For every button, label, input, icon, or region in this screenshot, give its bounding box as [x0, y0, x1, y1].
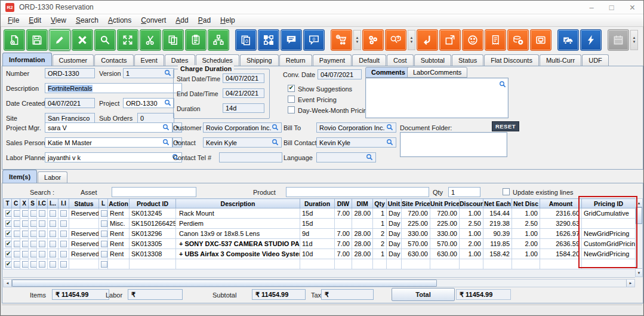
flag-checkbox-cell[interactable]: [37, 249, 48, 259]
column-header-ic[interactable]: I.C: [37, 199, 48, 208]
description-field[interactable]: FortniteRentals: [45, 83, 182, 93]
assign-hierarchy-button[interactable]: [208, 29, 229, 51]
paste-button[interactable]: [185, 29, 207, 51]
convert-return-button[interactable]: [417, 29, 438, 51]
column-header-pricing-id[interactable]: Pricing ID: [582, 199, 636, 208]
ship-item-button[interactable]: [439, 29, 461, 51]
menu-item-help[interactable]: Help: [215, 15, 240, 26]
cut-button[interactable]: [140, 29, 161, 51]
search-icon[interactable]: [164, 69, 171, 78]
t-checkbox-cell[interactable]: [4, 249, 12, 259]
scroll-right-button[interactable]: ►: [626, 280, 634, 287]
site-field[interactable]: San Francisco: [45, 113, 95, 123]
billing-invoice-button[interactable]: [485, 29, 506, 51]
table-row-empty[interactable]: [4, 259, 636, 269]
column-header-dim[interactable]: DIM: [352, 199, 373, 208]
number-field[interactable]: ORD-1330: [45, 68, 95, 78]
t-checkbox-cell[interactable]: [4, 229, 12, 239]
po-options-spinner[interactable]: [353, 30, 361, 50]
sub-orders-field[interactable]: 0: [137, 113, 174, 123]
flag-checkbox-cell[interactable]: [37, 239, 48, 249]
bill-contact-field[interactable]: Kevin Kyle: [316, 137, 396, 148]
tab-event[interactable]: Event: [134, 54, 164, 66]
column-header-amount[interactable]: Amount: [540, 199, 582, 208]
menu-item-edit[interactable]: Edit: [24, 15, 46, 26]
tab-payment[interactable]: Payment: [313, 54, 352, 66]
column-header-ii[interactable]: I.I: [58, 199, 69, 208]
l-checkbox-cell[interactable]: [99, 229, 108, 239]
column-header-net-each[interactable]: Net Each: [483, 199, 512, 208]
table-row[interactable]: Reserved Rent SK013308 + UBS Airfax 3 Co…: [4, 249, 636, 259]
l-checkbox-cell[interactable]: [99, 259, 108, 269]
table-row[interactable]: Reserved Rent SK013305 + SONY DXC-537 CA…: [4, 239, 636, 249]
total-button[interactable]: Total: [392, 288, 455, 301]
reset-button[interactable]: RESET: [492, 121, 519, 131]
menu-item-file[interactable]: File: [3, 15, 24, 26]
contact-field[interactable]: Kevin Kyle: [203, 137, 282, 148]
menu-item-add[interactable]: Add: [171, 15, 193, 26]
tab-information[interactable]: Information: [2, 53, 52, 66]
close-button[interactable]: ×: [630, 4, 635, 11]
column-header-c[interactable]: C: [12, 199, 20, 208]
column-header-status[interactable]: Status: [69, 199, 99, 208]
tab-customer[interactable]: Customer: [53, 54, 94, 66]
order-notes-button[interactable]: 0: [303, 29, 325, 51]
save-button[interactable]: [26, 29, 48, 51]
flag-checkbox-cell[interactable]: [12, 239, 20, 249]
new-order-button[interactable]: [4, 29, 25, 51]
maximize-view-button[interactable]: [117, 29, 138, 51]
search-icon[interactable]: [366, 154, 373, 162]
quick-actions-button[interactable]: [580, 29, 602, 51]
t-checkbox-cell[interactable]: [4, 219, 12, 229]
minimize-button[interactable]: –: [590, 4, 594, 11]
flag-checkbox-cell[interactable]: [12, 259, 20, 269]
column-header-unit-price[interactable]: Unit Price: [430, 199, 460, 208]
flag-checkbox-cell[interactable]: [48, 219, 58, 229]
t-checkbox-cell[interactable]: [4, 259, 12, 269]
flag-checkbox-cell[interactable]: [20, 259, 29, 269]
l-checkbox-cell[interactable]: [99, 219, 108, 229]
tab-labor[interactable]: Labor: [38, 171, 67, 183]
flag-checkbox-cell[interactable]: [29, 249, 37, 259]
flag-checkbox-cell[interactable]: [58, 259, 69, 269]
date-created-field[interactable]: 04/07/2021: [45, 98, 95, 108]
flag-checkbox-cell[interactable]: [12, 229, 20, 239]
column-header-action[interactable]: Action: [108, 199, 130, 208]
scroll-down-button[interactable]: ▼: [636, 268, 642, 277]
search-icon[interactable]: [164, 99, 171, 108]
end-date-field[interactable]: 04/21/2021: [223, 88, 264, 98]
flag-checkbox-cell[interactable]: [58, 208, 69, 219]
product-input[interactable]: [286, 187, 429, 197]
tab-cost[interactable]: Cost: [387, 54, 414, 66]
flag-checkbox-cell[interactable]: [48, 229, 58, 239]
search-icon[interactable]: [386, 124, 393, 132]
tab-status[interactable]: Status: [452, 54, 483, 66]
workflow-status-button[interactable]: [258, 29, 279, 51]
l-checkbox-cell[interactable]: [99, 208, 108, 219]
show-suggestions-checkbox[interactable]: [288, 85, 295, 92]
flag-checkbox-cell[interactable]: [58, 249, 69, 259]
flag-checkbox-cell[interactable]: [58, 219, 69, 229]
menu-item-search[interactable]: Search: [71, 15, 103, 26]
column-header-discount[interactable]: Discount: [460, 199, 483, 208]
column-header-product-id[interactable]: Product ID: [130, 199, 176, 208]
tab-dates[interactable]: Dates: [165, 54, 195, 66]
comments-textarea[interactable]: [365, 78, 509, 118]
tab-shipping[interactable]: Shipping: [240, 54, 279, 66]
flag-checkbox-cell[interactable]: [12, 219, 20, 229]
maximize-button[interactable]: □: [609, 4, 614, 11]
calendar-options-spinner[interactable]: [630, 30, 638, 50]
column-header-site-price[interactable]: Site Price: [402, 199, 430, 208]
event-pricing-checkbox[interactable]: [288, 96, 295, 103]
column-header-t[interactable]: T: [4, 199, 12, 208]
flag-checkbox-cell[interactable]: [48, 249, 58, 259]
flag-checkbox-cell[interactable]: [48, 239, 58, 249]
tab-subtotal[interactable]: Subtotal: [414, 54, 451, 66]
flag-checkbox-cell[interactable]: [48, 259, 58, 269]
tab-multi-curr[interactable]: Multi-Curr: [540, 54, 581, 66]
project-field[interactable]: ORD-1330: [123, 98, 174, 108]
flag-checkbox-cell[interactable]: [29, 229, 37, 239]
update-existing-lines-checkbox[interactable]: [503, 188, 510, 195]
flag-checkbox-cell[interactable]: [20, 229, 29, 239]
contact-tel-field[interactable]: [219, 152, 282, 162]
